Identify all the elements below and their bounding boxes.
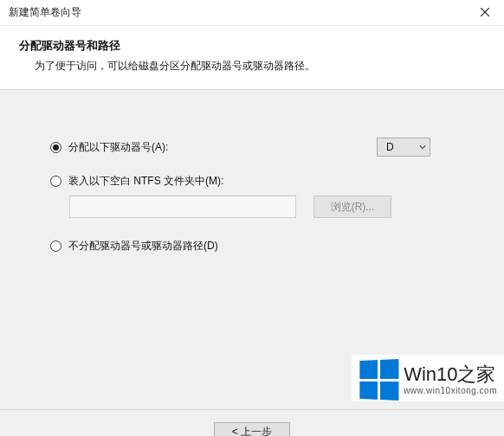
close-icon [481, 7, 489, 19]
drive-letter-dropdown[interactable]: D [377, 138, 430, 157]
option-assign-letter[interactable]: 分配以下驱动器号(A): D [50, 138, 465, 157]
close-button[interactable] [465, 0, 504, 26]
mount-folder-controls: 浏览(R)... [69, 196, 465, 218]
windows-logo-icon [359, 359, 398, 401]
window-title: 新建简单卷向导 [9, 5, 81, 20]
page-subtitle: 为了便于访问，可以给磁盘分区分配驱动器号或驱动器路径。 [0, 54, 504, 74]
radio-mount-folder[interactable] [50, 176, 61, 187]
back-button[interactable]: < 上一步 [214, 422, 290, 437]
watermark-title: Win10之家 [404, 365, 497, 384]
chevron-down-icon [419, 141, 426, 153]
titlebar: 新建简单卷向导 [0, 0, 504, 26]
radio-mount-folder-label: 装入以下空白 NTFS 文件夹中(M): [68, 174, 465, 189]
wizard-footer: < 上一步 [0, 409, 504, 436]
wizard-header: 分配驱动器号和路径 为了便于访问，可以给磁盘分区分配驱动器号或驱动器路径。 [0, 26, 504, 89]
page-title: 分配驱动器号和路径 [0, 38, 504, 54]
radio-no-assign[interactable] [50, 240, 61, 252]
option-no-assign[interactable]: 不分配驱动器号或驱动器路径(D) [50, 239, 465, 253]
option-mount-folder[interactable]: 装入以下空白 NTFS 文件夹中(M): [50, 174, 465, 189]
mount-path-input [69, 196, 296, 218]
radio-assign-letter[interactable] [50, 142, 61, 153]
watermark-url: www.win10xitong.com [404, 387, 497, 395]
browse-button: 浏览(R)... [313, 196, 391, 218]
radio-assign-letter-label: 分配以下驱动器号(A): [68, 140, 377, 155]
drive-letter-value: D [386, 141, 394, 153]
radio-no-assign-label: 不分配驱动器号或驱动器路径(D) [68, 239, 465, 253]
watermark: Win10之家 www.win10xitong.com [352, 355, 504, 401]
